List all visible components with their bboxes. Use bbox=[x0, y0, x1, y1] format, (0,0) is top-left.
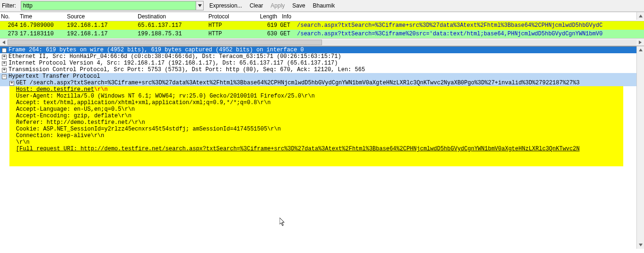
chevron-down-icon bbox=[198, 4, 202, 7]
http-referer[interactable]: Referer: http://demo.testfire.net/\r\n bbox=[16, 119, 623, 126]
crlf: \r\n bbox=[94, 86, 108, 93]
cell-info: GET /search.aspx?txtSearch=%3Ciframe%20s… bbox=[278, 30, 644, 38]
cell-destination: 65.61.137.117 bbox=[137, 21, 207, 30]
collapse-icon[interactable]: − bbox=[2, 74, 7, 79]
chevron-up-icon bbox=[639, 15, 643, 17]
details-pane-wrap: +Frame 264: 619 bytes on wire (4952 bits… bbox=[0, 46, 644, 249]
col-header-protocol[interactable]: Protocol bbox=[207, 12, 255, 21]
col-header-destination[interactable]: Destination bbox=[137, 12, 207, 21]
http-accept-encoding[interactable]: Accept-Encoding: gzip, deflate\r\n bbox=[16, 113, 623, 119]
cell-source: 192.168.1.17 bbox=[66, 30, 137, 38]
col-header-time[interactable]: Time bbox=[19, 12, 66, 21]
info-path: /search.aspx?txtSearch=%3Ciframe%20src='… bbox=[297, 31, 603, 37]
http-user-agent[interactable]: User-Agent: Mozilla/5.0 (Windows NT 6.1;… bbox=[16, 93, 623, 99]
col-header-source[interactable]: Source bbox=[66, 12, 137, 21]
filter-dropdown-button[interactable] bbox=[196, 1, 203, 10]
details-pane: +Frame 264: 619 bytes on wire (4952 bits… bbox=[0, 46, 636, 166]
http-connection[interactable]: Connection: keep-alive\r\n bbox=[16, 132, 623, 139]
expander-icon[interactable]: + bbox=[2, 48, 7, 53]
vertical-scrollbar[interactable] bbox=[636, 46, 644, 249]
http-cookie[interactable]: Cookie: ASP.NET_SessionId=y2rlzz45ecnxrs… bbox=[16, 126, 623, 132]
filter-input[interactable] bbox=[21, 1, 196, 10]
tree-frame[interactable]: +Frame 264: 619 bytes on wire (4952 bits… bbox=[0, 47, 636, 53]
expander-icon[interactable]: + bbox=[2, 61, 7, 66]
http-accept-language[interactable]: Accept-Language: en-US,en;q=0.5\r\n bbox=[16, 106, 623, 113]
tree-http-text: Hypertext Transfer Protocol bbox=[8, 73, 100, 80]
chevron-left-icon bbox=[2, 41, 5, 44]
chevron-down-icon bbox=[639, 244, 643, 246]
expander-icon[interactable]: + bbox=[9, 81, 14, 86]
cell-protocol: HTTP bbox=[207, 21, 255, 30]
expander-icon[interactable]: + bbox=[2, 68, 7, 73]
info-method: GET bbox=[280, 31, 290, 37]
scroll-up-button[interactable] bbox=[636, 12, 644, 20]
http-accept[interactable]: Accept: text/html,application/xhtml+xml,… bbox=[16, 99, 623, 106]
scrollbar-track[interactable] bbox=[8, 40, 636, 45]
cell-no: 264 bbox=[0, 21, 19, 30]
cell-time: 17.1183110 bbox=[19, 30, 66, 38]
col-header-info[interactable]: Info bbox=[278, 12, 644, 21]
cell-info: GET /search.aspx?txtSearch=%3Ciframe+src… bbox=[278, 21, 644, 30]
scroll-left-button[interactable] bbox=[0, 39, 8, 46]
tree-http-request-text: GET /search.aspx?txtSearch=%3Ciframe+src… bbox=[16, 80, 579, 86]
http-full-uri[interactable]: [Full request URI: http://demo.testfire.… bbox=[16, 146, 623, 152]
expander-icon[interactable]: + bbox=[2, 55, 7, 59]
cell-length: 619 bbox=[255, 21, 278, 30]
http-headers-block: Host: demo.testfire.net\r\n User-Agent: … bbox=[9, 86, 623, 166]
expression-button[interactable]: Expression... bbox=[207, 2, 244, 9]
col-header-length[interactable]: Length bbox=[255, 12, 278, 21]
tree-frame-text: Frame 264: 619 bytes on wire (4952 bits)… bbox=[8, 47, 304, 53]
tree-http[interactable]: −Hypertext Transfer Protocol bbox=[0, 73, 636, 80]
tree-http-request[interactable]: +GET /search.aspx?txtSearch=%3Ciframe+sr… bbox=[0, 80, 636, 86]
cell-protocol: HTTP bbox=[207, 30, 255, 38]
bhaumik-button[interactable]: Bhaumik bbox=[311, 2, 337, 9]
svg-marker-5 bbox=[639, 244, 643, 246]
packet-list-header: No. Time Source Destination Protocol Len… bbox=[0, 12, 644, 21]
scroll-up-button[interactable] bbox=[637, 46, 644, 54]
scroll-down-button[interactable] bbox=[637, 241, 644, 249]
cell-length: 630 bbox=[255, 30, 278, 38]
horizontal-scrollbar[interactable] bbox=[0, 38, 644, 46]
col-header-no[interactable]: No. bbox=[0, 12, 19, 21]
cell-destination: 199.188.75.31 bbox=[137, 30, 207, 38]
http-crlf[interactable]: \r\n bbox=[16, 139, 623, 146]
cell-time: 16.7989000 bbox=[19, 21, 66, 30]
packet-row[interactable]: 264 16.7989000 192.168.1.17 65.61.137.11… bbox=[0, 21, 644, 30]
scroll-right-button[interactable] bbox=[636, 39, 644, 46]
http-host[interactable]: Host: demo.testfire.net\r\n bbox=[16, 86, 623, 93]
svg-marker-0 bbox=[198, 4, 202, 7]
svg-marker-4 bbox=[639, 49, 643, 51]
tree-tcp-text: Transmission Control Protocol, Src Port:… bbox=[8, 66, 365, 73]
tree-tcp[interactable]: +Transmission Control Protocol, Src Port… bbox=[0, 66, 636, 73]
clear-button[interactable]: Clear bbox=[248, 2, 265, 9]
chevron-right-icon bbox=[639, 41, 642, 44]
tree-ip-text: Internet Protocol Version 4, Src: 192.16… bbox=[8, 60, 338, 66]
filter-input-wrap bbox=[21, 1, 204, 10]
svg-marker-2 bbox=[2, 41, 5, 44]
packet-row[interactable]: 273 17.1183110 192.168.1.17 199.188.75.3… bbox=[0, 30, 644, 38]
tree-ethernet-text: Ethernet II, Src: HonHaiPr_04:66:6d (c0:… bbox=[8, 53, 341, 60]
svg-marker-3 bbox=[639, 41, 642, 44]
tree-ethernet[interactable]: +Ethernet II, Src: HonHaiPr_04:66:6d (c0… bbox=[0, 53, 636, 60]
cell-no: 273 bbox=[0, 30, 19, 38]
svg-marker-1 bbox=[639, 15, 643, 17]
info-method: GET bbox=[280, 22, 290, 29]
cell-source: 192.168.1.17 bbox=[66, 21, 137, 30]
scrollbar-thumb[interactable] bbox=[8, 40, 322, 45]
save-button[interactable]: Save bbox=[290, 2, 307, 9]
packet-list: No. Time Source Destination Protocol Len… bbox=[0, 12, 644, 46]
apply-button[interactable]: Apply bbox=[269, 2, 287, 9]
filter-label: Filter: bbox=[2, 2, 17, 9]
filter-bar: Filter: Expression... Clear Apply Save B… bbox=[0, 0, 644, 12]
tree-ip[interactable]: +Internet Protocol Version 4, Src: 192.1… bbox=[0, 60, 636, 66]
http-host-text: Host: demo.testfire.net bbox=[16, 86, 94, 93]
chevron-up-icon bbox=[639, 49, 643, 51]
info-path: /search.aspx?txtSearch=%3Ciframe+src%3D%… bbox=[297, 22, 603, 29]
